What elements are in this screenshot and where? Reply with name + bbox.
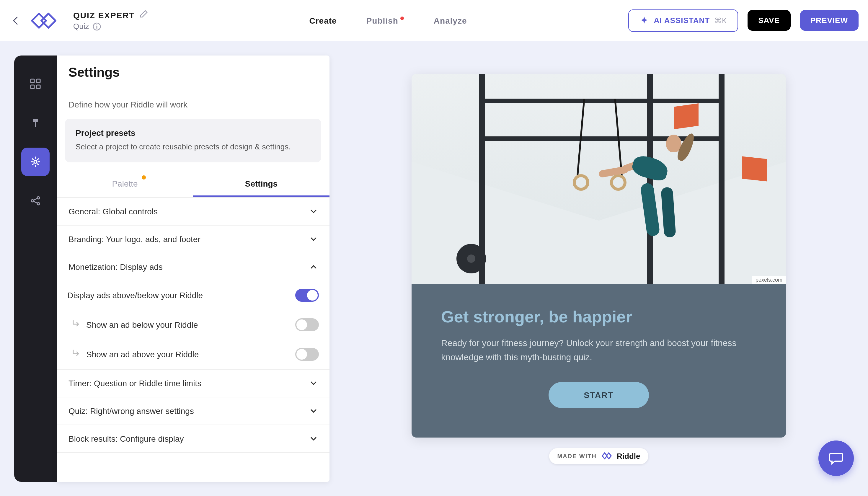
section-timer[interactable]: Timer: Question or Riddle time limits [57,369,329,397]
preview-button[interactable]: PREVIEW [800,10,858,31]
section-quiz[interactable]: Quiz: Right/wrong answer settings [57,397,329,424]
quiz-preview-title: Get stronger, be happier [441,307,756,326]
sidebar-rail [14,56,57,482]
panel-subtitle: Define how your Riddle will work [57,90,329,119]
settings-accordion: General: Global controls Branding: Your … [57,198,329,453]
chevron-down-icon [309,379,318,387]
start-quiz-button[interactable]: START [548,382,649,408]
svg-point-9 [37,197,40,199]
svg-rect-3 [31,85,34,89]
indent-arrow-icon [72,320,80,329]
rail-design-icon[interactable] [21,109,50,137]
rail-settings-icon[interactable] [21,148,50,176]
toggle-ad-above[interactable] [295,347,319,360]
info-icon[interactable] [92,22,101,30]
section-block-results[interactable]: Block results: Configure display [57,425,329,452]
project-presets-card: Project presets Select a project to crea… [65,119,321,162]
save-button[interactable]: SAVE [747,10,790,31]
ai-assistant-button[interactable]: AI ASSISTANT ⌘K [628,9,738,32]
toggle-display-ads[interactable] [295,289,319,301]
toggle-ad-below[interactable] [295,318,319,331]
rail-blocks-icon[interactable] [21,70,50,98]
nav-publish[interactable]: Publish [367,16,404,25]
svg-rect-1 [31,79,34,83]
indent-arrow-icon [72,349,80,359]
settings-panel: Settings Define how your Riddle will wor… [57,56,329,482]
setting-display-ads-label: Display ads above/below your Riddle [67,290,203,300]
panel-title: Settings [68,65,318,80]
setting-ad-below-label: Show an ad below your Riddle [86,320,289,329]
quiz-type-label: Quiz [73,22,89,31]
nav-analyze[interactable]: Analyze [434,16,467,25]
app-header: QUIZ EXPERT Quiz Create Publish Analyze … [0,0,868,41]
sparkle-icon [639,16,649,25]
preview-area: pexels.com Get stronger, be happier Read… [329,56,868,482]
preset-title: Project presets [76,128,311,138]
tab-palette[interactable]: Palette [57,172,193,197]
made-with-badge[interactable]: MADE WITH Riddle [549,448,648,464]
chevron-down-icon [309,235,318,243]
section-monetization[interactable]: Monetization: Display ads [57,253,329,280]
chevron-down-icon [309,207,318,215]
chevron-up-icon [309,262,318,271]
edit-title-icon[interactable] [140,10,148,21]
palette-warning-dot [141,175,145,179]
back-button[interactable] [10,14,21,26]
nav-create[interactable]: Create [309,16,337,25]
svg-rect-6 [35,122,36,127]
section-branding[interactable]: Branding: Your logo, ads, and footer [57,225,329,252]
setting-ad-above-label: Show an ad above your Riddle [86,349,289,359]
rail-share-icon[interactable] [21,187,50,215]
preview-hero-image: pexels.com [412,74,786,284]
svg-rect-5 [33,119,38,122]
svg-rect-4 [36,85,40,89]
chevron-down-icon [309,434,318,443]
preset-desc: Select a project to create reusable pres… [76,141,311,153]
quiz-title: QUIZ EXPERT [73,11,135,20]
riddle-small-logo-icon [601,452,612,460]
ai-shortcut-label: ⌘K [714,16,727,25]
chevron-down-icon [309,406,318,415]
svg-point-10 [37,203,40,205]
chat-support-button[interactable] [818,440,854,476]
svg-point-8 [31,200,34,202]
svg-point-7 [34,160,37,163]
riddle-logo-icon[interactable] [31,9,64,32]
tab-settings[interactable]: Settings [193,172,329,197]
svg-rect-2 [36,79,40,83]
image-credit[interactable]: pexels.com [752,276,786,284]
section-general[interactable]: General: Global controls [57,198,329,225]
quiz-preview-desc: Ready for your fitness journey? Unlock y… [441,336,756,364]
quiz-preview-card: pexels.com Get stronger, be happier Read… [412,74,786,437]
publish-unsaved-dot [401,17,404,20]
